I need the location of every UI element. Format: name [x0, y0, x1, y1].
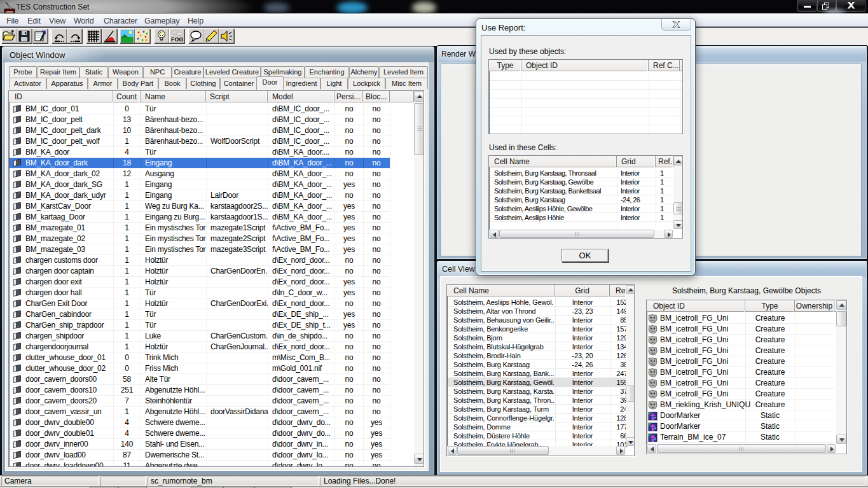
svg-text:FOG: FOG: [171, 36, 183, 43]
